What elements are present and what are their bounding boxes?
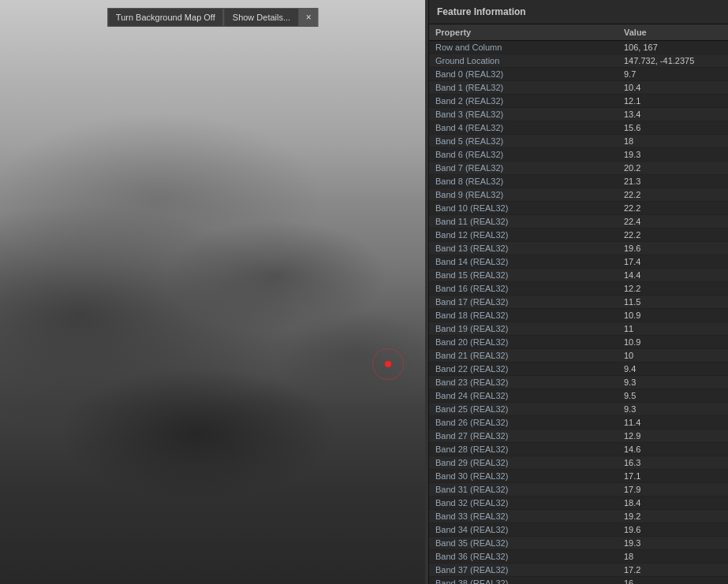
feature-panel: Feature Information Property Value Row a… bbox=[428, 0, 728, 584]
row-property: Band 4 (REAL32) bbox=[429, 121, 618, 134]
row-property: Band 28 (REAL32) bbox=[429, 443, 618, 456]
table-row: Band 9 (REAL32)22.2 bbox=[429, 188, 728, 202]
table-row: Band 17 (REAL32)11.5 bbox=[429, 296, 728, 309]
row-property: Band 23 (REAL32) bbox=[429, 376, 618, 389]
feature-table[interactable]: Property Value Row and Column106, 167Gro… bbox=[429, 24, 728, 584]
show-details-button[interactable]: Show Details... bbox=[224, 8, 299, 27]
table-row: Band 16 (REAL32)12.2 bbox=[429, 282, 728, 296]
table-row: Band 0 (REAL32)9.7 bbox=[429, 68, 728, 81]
table-row: Band 5 (REAL32)18 bbox=[429, 135, 728, 148]
row-property: Band 33 (REAL32) bbox=[429, 510, 618, 523]
row-value: 22.2 bbox=[618, 188, 728, 201]
row-value: 22.2 bbox=[618, 202, 728, 214]
row-property: Band 12 (REAL32) bbox=[429, 229, 618, 241]
row-property: Band 29 (REAL32) bbox=[429, 456, 618, 469]
row-value: 17.1 bbox=[618, 470, 728, 482]
table-row: Band 3 (REAL32)13.4 bbox=[429, 108, 728, 121]
table-row: Band 12 (REAL32)22.2 bbox=[429, 229, 728, 242]
row-property: Band 26 (REAL32) bbox=[429, 416, 618, 429]
table-row: Band 6 (REAL32)19.3 bbox=[429, 148, 728, 162]
row-value: 10.9 bbox=[618, 336, 728, 348]
row-property: Band 22 (REAL32) bbox=[429, 363, 618, 375]
row-property: Band 36 (REAL32) bbox=[429, 550, 618, 563]
table-row: Band 21 (REAL32)10 bbox=[429, 349, 728, 363]
table-row: Band 18 (REAL32)10.9 bbox=[429, 309, 728, 322]
row-property: Band 14 (REAL32) bbox=[429, 255, 618, 268]
row-property: Band 32 (REAL32) bbox=[429, 497, 618, 509]
row-value: 19.6 bbox=[618, 523, 728, 536]
table-row: Band 20 (REAL32)10.9 bbox=[429, 336, 728, 349]
close-button[interactable]: × bbox=[299, 8, 318, 27]
row-property: Band 21 (REAL32) bbox=[429, 349, 618, 362]
table-row: Band 38 (REAL32)16 bbox=[429, 577, 728, 584]
row-property: Band 2 (REAL32) bbox=[429, 95, 618, 107]
table-row: Ground Location147.732, -41.2375 bbox=[429, 54, 728, 68]
row-property: Band 37 (REAL32) bbox=[429, 564, 618, 576]
row-property: Band 34 (REAL32) bbox=[429, 523, 618, 536]
row-property: Band 13 (REAL32) bbox=[429, 242, 618, 255]
row-property: Band 30 (REAL32) bbox=[429, 470, 618, 482]
header-value: Value bbox=[618, 24, 728, 40]
row-property: Band 20 (REAL32) bbox=[429, 336, 618, 348]
map-marker bbox=[385, 361, 391, 367]
row-value: 13.4 bbox=[618, 108, 728, 121]
table-row: Band 13 (REAL32)19.6 bbox=[429, 242, 728, 255]
map-background bbox=[0, 0, 425, 584]
row-value: 17.9 bbox=[618, 483, 728, 496]
row-value: 12.2 bbox=[618, 282, 728, 295]
row-value: 18 bbox=[618, 135, 728, 147]
row-property: Band 8 (REAL32) bbox=[429, 175, 618, 188]
row-value: 106, 167 bbox=[618, 41, 728, 54]
table-row: Band 10 (REAL32)22.2 bbox=[429, 202, 728, 215]
table-row: Band 33 (REAL32)19.2 bbox=[429, 510, 728, 523]
row-property: Band 31 (REAL32) bbox=[429, 483, 618, 496]
table-row: Band 23 (REAL32)9.3 bbox=[429, 376, 728, 389]
row-property: Band 19 (REAL32) bbox=[429, 322, 618, 335]
row-property: Band 6 (REAL32) bbox=[429, 148, 618, 161]
table-row: Band 31 (REAL32)17.9 bbox=[429, 483, 728, 497]
row-property: Band 7 (REAL32) bbox=[429, 162, 618, 174]
table-row: Band 4 (REAL32)15.6 bbox=[429, 121, 728, 135]
table-row: Band 25 (REAL32)9.3 bbox=[429, 403, 728, 416]
row-value: 21.3 bbox=[618, 175, 728, 188]
row-property: Band 17 (REAL32) bbox=[429, 296, 618, 308]
map-toolbar: Turn Background Map Off Show Details... … bbox=[107, 8, 318, 27]
table-row: Band 28 (REAL32)14.6 bbox=[429, 443, 728, 456]
row-property: Band 3 (REAL32) bbox=[429, 108, 618, 121]
row-value: 22.4 bbox=[618, 215, 728, 228]
row-value: 16.3 bbox=[618, 456, 728, 469]
row-value: 11.5 bbox=[618, 296, 728, 308]
row-property: Band 35 (REAL32) bbox=[429, 537, 618, 549]
row-property: Band 24 (REAL32) bbox=[429, 389, 618, 402]
table-row: Band 37 (REAL32)17.2 bbox=[429, 564, 728, 577]
row-value: 9.5 bbox=[618, 389, 728, 402]
row-value: 10.4 bbox=[618, 81, 728, 94]
row-value: 15.6 bbox=[618, 121, 728, 134]
row-value: 19.6 bbox=[618, 242, 728, 255]
row-value: 147.732, -41.2375 bbox=[618, 54, 728, 67]
row-value: 19.3 bbox=[618, 537, 728, 549]
row-value: 9.3 bbox=[618, 403, 728, 415]
row-value: 19.2 bbox=[618, 510, 728, 523]
row-value: 20.2 bbox=[618, 162, 728, 174]
table-row: Band 30 (REAL32)17.1 bbox=[429, 470, 728, 483]
table-row: Band 11 (REAL32)22.4 bbox=[429, 215, 728, 229]
row-value: 14.4 bbox=[618, 269, 728, 281]
table-row: Band 27 (REAL32)12.9 bbox=[429, 430, 728, 443]
table-row: Band 26 (REAL32)11.4 bbox=[429, 416, 728, 430]
table-row: Band 2 (REAL32)12.1 bbox=[429, 95, 728, 108]
row-property: Row and Column bbox=[429, 41, 618, 54]
table-row: Band 29 (REAL32)16.3 bbox=[429, 456, 728, 470]
table-row: Band 35 (REAL32)19.3 bbox=[429, 537, 728, 550]
table-row: Band 36 (REAL32)18 bbox=[429, 550, 728, 564]
table-row: Band 34 (REAL32)19.6 bbox=[429, 523, 728, 537]
row-value: 17.4 bbox=[618, 255, 728, 268]
row-value: 16 bbox=[618, 577, 728, 584]
row-value: 18 bbox=[618, 550, 728, 563]
bg-map-button[interactable]: Turn Background Map Off bbox=[107, 8, 224, 27]
table-row: Band 1 (REAL32)10.4 bbox=[429, 81, 728, 95]
row-value: 10 bbox=[618, 349, 728, 362]
row-value: 19.3 bbox=[618, 148, 728, 161]
row-property: Band 9 (REAL32) bbox=[429, 188, 618, 201]
row-value: 12.1 bbox=[618, 95, 728, 107]
